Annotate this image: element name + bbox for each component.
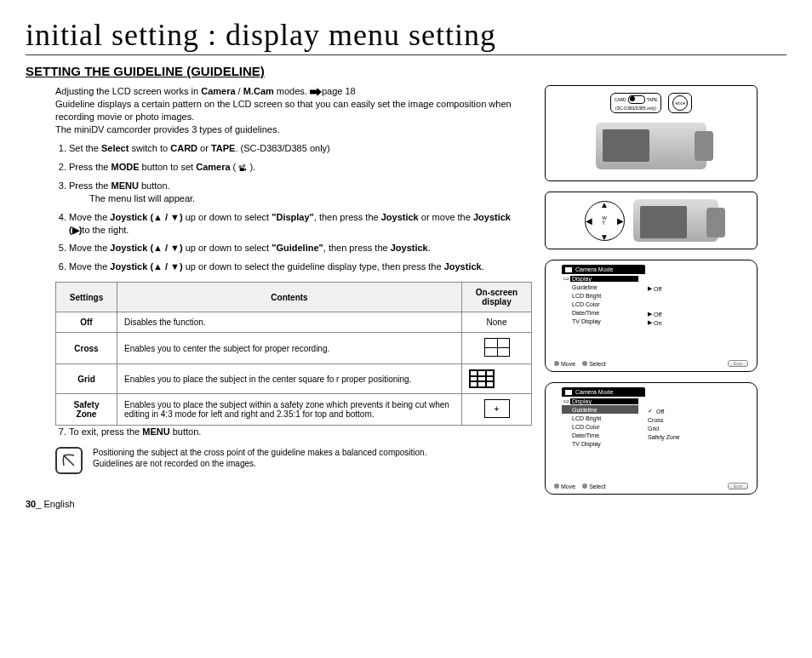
step-3: Press the MENU button.The menu list will… — [69, 180, 532, 205]
dot-icon — [582, 361, 587, 366]
menu-screen-1: Camera Mode ▭Display Guideline LCD Brigh… — [545, 260, 758, 372]
mode-button-icon: MODE — [672, 95, 688, 111]
section-title: SETTING THE GUIDELINE (GUIDELINE) — [26, 64, 786, 78]
step-6: Move the Joystick (▲ / ▼) up or down to … — [69, 260, 532, 273]
camcorder-illustration — [596, 123, 706, 169]
step-2: Press the MODE button to set Camera ( 📽 … — [69, 161, 532, 174]
camcorder-illustration — [633, 199, 718, 242]
step-7: To exit, press the MENU button. — [69, 426, 532, 438]
camera-icon: 📽 — [238, 163, 247, 175]
display-icon: ▭ — [562, 398, 570, 404]
step-4: Move the Joystick (▲ / ▼) up or down to … — [69, 211, 532, 237]
step-5: Move the Joystick (▲ / ▼) up or down to … — [69, 242, 532, 255]
steps-list: Set the Select switch to CARD or TAPE. (… — [55, 142, 532, 273]
steps-list-2: To exit, press the MENU button. — [55, 426, 532, 438]
note: Positioning the subject at the cross poi… — [55, 447, 532, 474]
card-tape-callout: CARDTAPE(SC-D383/D385 only) — [610, 93, 662, 113]
dot-icon — [554, 483, 559, 489]
note-icon — [55, 447, 83, 474]
switch-icon — [628, 95, 645, 104]
camera-icon — [565, 390, 572, 395]
page-title: initial setting : display menu setting — [26, 17, 786, 55]
dot-icon — [554, 361, 559, 366]
diagram-switch: CARDTAPE(SC-D383/D385 only) MODE — [545, 85, 758, 181]
joystick-icon: ▲▼◀▶WT — [585, 201, 625, 241]
main-content: Adjusting the LCD screen works in Camera… — [26, 85, 532, 505]
diagram-joystick: ▲▼◀▶WT — [545, 192, 758, 249]
step-1: Set the Select switch to CARD or TAPE. (… — [69, 142, 532, 155]
intro-text: Adjusting the LCD screen works in Camera… — [55, 85, 532, 135]
diagrams: CARDTAPE(SC-D383/D385 only) MODE ▲▼◀▶WT … — [545, 85, 758, 505]
page-footer: 30_ English — [26, 499, 75, 509]
arrow-right-icon — [310, 88, 322, 96]
mode-callout: MODE — [668, 93, 692, 113]
grid-guideline-icon — [469, 369, 495, 388]
display-icon: ▭ — [562, 275, 570, 282]
safety-zone-icon — [484, 399, 510, 418]
exit-button: Exit — [728, 360, 748, 367]
exit-button: Exit — [728, 483, 748, 489]
camera-icon — [565, 267, 572, 272]
dot-icon — [582, 483, 587, 489]
settings-table: SettingsContentsOn-screen display OffDis… — [55, 282, 532, 426]
menu-screen-2: Camera Mode ▭Display Guideline LCD Brigh… — [545, 382, 758, 495]
cross-guideline-icon — [484, 338, 510, 357]
